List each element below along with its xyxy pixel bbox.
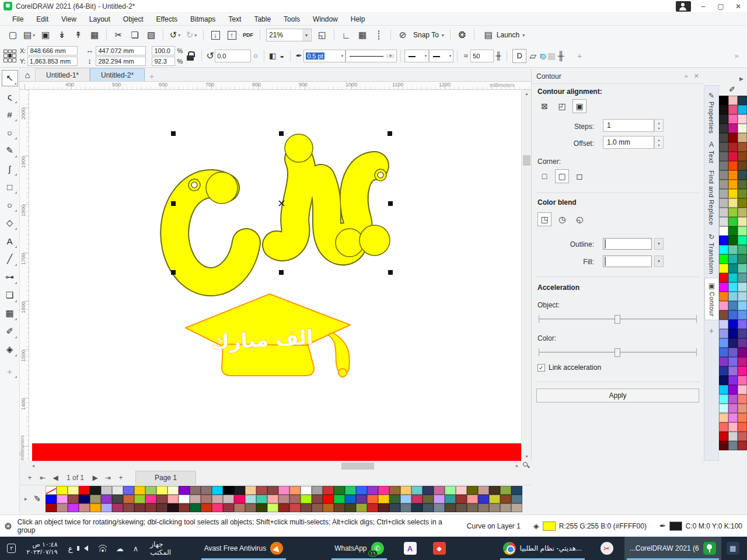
add-page-button[interactable]: + [114,474,127,482]
chevron-down-icon[interactable]: ▾ [654,256,664,267]
color-swatch[interactable] [489,503,500,512]
chevron-down-icon[interactable]: ▾ [449,54,452,58]
color-swatch[interactable] [334,486,345,495]
color-swatch[interactable] [68,495,79,503]
color-swatch[interactable] [267,486,278,495]
menu-bitmaps[interactable]: Bitmaps [184,14,222,24]
snap-to-button[interactable]: Snap To▾ [413,31,444,39]
dimension-tool[interactable]: ╱ [2,251,18,267]
palette-eyedropper-icon[interactable]: ✐ [33,495,42,502]
color-swatch[interactable] [156,503,167,512]
color-swatch[interactable] [356,486,367,495]
menu-effects[interactable]: Effects [150,14,184,24]
docker-tab-properties[interactable]: ✎Properties [704,88,718,137]
horizontal-scrollbar[interactable]: ◂ ▸ [29,461,521,470]
color-swatch[interactable] [738,404,747,413]
print-icon[interactable]: ▦ [88,28,102,42]
color-swatch[interactable] [223,486,234,495]
color-swatch[interactable] [423,503,434,512]
color-swatch[interactable] [738,217,747,226]
color-swatch[interactable] [212,495,223,503]
color-swatch[interactable] [400,495,411,503]
offset-input[interactable]: 1.0 mm [603,136,654,149]
scale-stroke-icon[interactable]: ▱ [528,51,537,61]
color-swatch[interactable] [134,495,145,503]
color-swatch[interactable] [719,180,728,189]
color-swatch[interactable] [719,217,728,226]
color-swatch[interactable] [289,503,301,512]
color-swatch[interactable] [728,282,738,292]
color-swatch[interactable] [719,394,728,404]
color-swatch[interactable] [719,320,728,329]
color-swatch[interactable] [90,495,101,503]
docker-tab-find-and-replace[interactable]: Find and Replace [704,167,718,229]
color-swatch[interactable] [156,495,167,503]
wrap-text-icon[interactable]: ≡ [537,51,547,61]
graduation-cap-shape[interactable]: الف مبارك [186,294,350,377]
color-swatch[interactable] [719,273,728,282]
color-swatch[interactable] [367,486,378,495]
color-swatch[interactable] [245,486,256,495]
smoothness-field[interactable]: 50 [470,50,494,62]
color-swatch[interactable] [738,385,747,394]
color-swatch[interactable] [134,503,145,512]
open-icon[interactable]: ▤▾ [22,28,36,42]
slider-handle-icon[interactable]: ╫ [494,51,503,60]
artistic-media-tool[interactable]: ʃ [2,160,18,177]
no-color-swatch[interactable] [46,486,57,495]
crop-tool[interactable]: # [2,106,18,123]
color-swatch[interactable] [356,503,367,512]
color-blend-2-button[interactable]: ◷ [555,212,569,226]
color-swatch[interactable] [223,495,234,503]
color-swatch[interactable] [123,503,134,512]
zoom-level-combo[interactable]: 21%▾ [266,29,312,41]
color-swatch[interactable] [389,503,400,512]
drop-shadow-tool[interactable]: ❏ [2,287,18,303]
docker-close-icon[interactable]: ✕ [694,72,699,80]
color-swatch[interactable] [738,96,747,105]
color-swatch[interactable] [728,124,738,133]
color-swatch[interactable] [167,503,179,512]
color-swatch[interactable] [201,503,212,512]
color-swatch[interactable] [738,133,747,142]
cloud-upload-icon[interactable]: ↟ [71,28,85,42]
color-swatch[interactable] [728,441,738,450]
taskbar-app-chrome[interactable]: هديتي- نظام الطلبيا... [498,537,587,560]
color-swatch[interactable] [46,495,57,503]
color-swatch[interactable] [478,495,489,503]
taskbar-app-red[interactable]: ◆ [428,537,451,560]
color-swatch[interactable] [312,486,323,495]
snap-off-icon[interactable]: ⊘ [396,28,410,42]
color-swatch[interactable] [456,486,467,495]
color-swatch[interactable] [445,495,456,503]
corner-style-3-button[interactable]: ◻ [573,169,587,183]
color-swatch[interactable] [738,282,747,292]
color-swatch[interactable] [489,486,500,495]
slider-thumb[interactable] [615,315,620,324]
horizontal-scroll-thumb[interactable] [341,463,374,470]
color-swatch[interactable] [389,486,400,495]
color-swatch[interactable] [456,503,467,512]
menu-help[interactable]: Help [344,14,372,24]
color-acceleration-slider[interactable] [539,348,697,356]
color-swatch[interactable] [738,394,747,404]
taskbar-app-avast[interactable]: Avast Free Antivirus [199,537,289,560]
ellipse-tool[interactable]: ○ [2,197,18,213]
y-position-field[interactable]: 1,863.853 mm [27,57,78,66]
shape-tool[interactable]: ς [2,88,18,104]
color-swatch[interactable] [719,310,728,320]
polygon-tool[interactable]: ◇ [2,215,18,231]
vertical-scroll-thumb[interactable] [523,155,530,166]
color-swatch[interactable] [738,226,747,236]
color-swatch[interactable] [738,208,747,217]
menu-window[interactable]: Window [306,14,344,24]
color-swatch[interactable] [738,198,747,208]
contour-alignment-3-button[interactable]: ▣ [573,99,587,113]
docker-collapse-icon[interactable]: » [685,72,688,80]
palette-flyout-icon[interactable]: ▶ [739,76,743,82]
color-swatch[interactable] [389,495,400,503]
color-swatch[interactable] [719,208,728,217]
color-swatch[interactable] [112,503,123,512]
docker-tab-text[interactable]: AText [704,137,718,167]
color-swatch[interactable] [101,495,112,503]
